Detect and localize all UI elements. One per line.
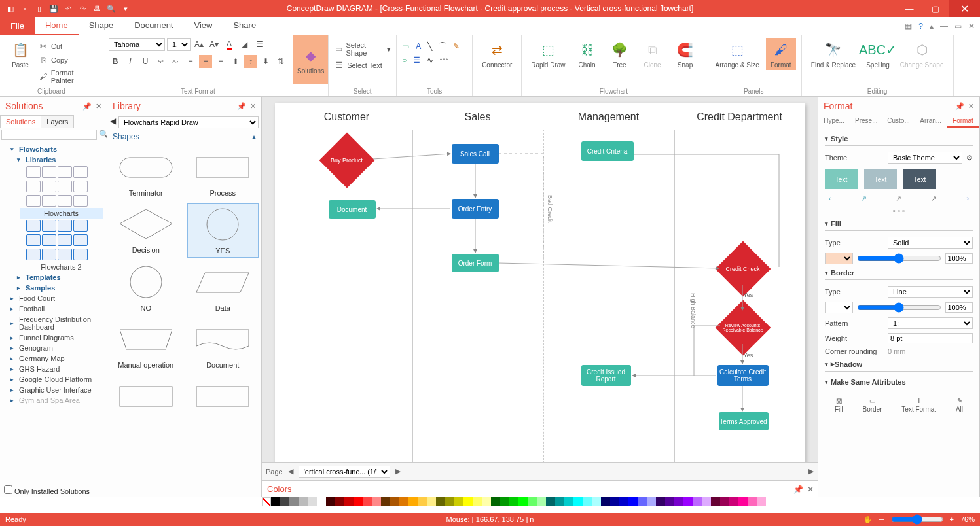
ribbon-collapse-icon[interactable]: ▴	[930, 22, 934, 31]
shape-buy-product[interactable]: Buy Product	[324, 144, 370, 177]
tool-pen-icon[interactable]: ✎	[453, 42, 460, 51]
select-shape-button[interactable]: ▭Select Shape ▾	[334, 41, 391, 58]
only-installed-checkbox[interactable]	[4, 485, 12, 494]
tree-item[interactable]: Google Cloud Platform	[4, 374, 103, 385]
theme-preview[interactable]: Text	[825, 169, 858, 189]
font-color-icon[interactable]: A	[223, 38, 236, 51]
tool-rect-icon[interactable]: ▭	[402, 42, 409, 51]
shape-document[interactable]: Document	[329, 200, 376, 219]
hscroll-end-icon[interactable]: ▶	[808, 467, 814, 476]
color-swatch[interactable]	[592, 497, 601, 506]
color-swatch[interactable]	[528, 497, 537, 506]
tree-item[interactable]: Frequency Distribution Dashboard	[4, 314, 103, 332]
highlight-icon[interactable]: ◢	[238, 38, 251, 51]
color-swatch[interactable]	[280, 497, 289, 506]
tree-item[interactable]: Food Court	[4, 293, 103, 304]
solutions-tab[interactable]: Solutions	[0, 115, 41, 128]
attr-all[interactable]: ✎All	[956, 397, 963, 413]
shape-credit-criteria[interactable]: Credit Criteria	[581, 141, 634, 161]
tool-arc-icon[interactable]: ⌒	[439, 41, 446, 52]
fp-tab-format[interactable]: Format	[947, 115, 979, 128]
collapse-icon[interactable]: ▴	[252, 132, 256, 141]
shape-review[interactable]: Review Accounts Receivable Balance	[720, 311, 766, 344]
line-spacing-icon[interactable]: ⇅	[274, 55, 287, 68]
color-swatch[interactable]	[610, 497, 619, 506]
color-swatch[interactable]	[656, 497, 665, 506]
color-swatch[interactable]	[308, 497, 317, 506]
color-swatch[interactable]	[482, 497, 491, 506]
spelling-button[interactable]: ABC✓Spelling	[862, 38, 894, 70]
maximize-button[interactable]: ▢	[922, 0, 949, 17]
format-panel-button[interactable]: 🖌Format	[766, 38, 796, 70]
qat-print-icon[interactable]: 🖶	[92, 3, 102, 14]
color-swatch[interactable]	[445, 497, 454, 506]
color-swatch[interactable]	[473, 497, 482, 506]
style-prev-icon[interactable]: ‹	[829, 194, 831, 203]
tree-item[interactable]: Gym and Spa Area	[4, 395, 103, 406]
tree-item[interactable]: Germany Map	[4, 353, 103, 364]
color-swatch[interactable]	[418, 497, 427, 506]
solutions-button[interactable]: ◆Solutions	[293, 35, 328, 84]
color-swatch[interactable]	[372, 497, 381, 506]
shape-process[interactable]: Process	[187, 147, 259, 200]
gear-icon[interactable]: ⚙	[966, 154, 973, 162]
arrange-size-button[interactable]: ⬚Arrange & Size	[712, 38, 763, 70]
color-swatch[interactable]	[720, 497, 729, 506]
qat-search-icon[interactable]: 🔍	[106, 3, 117, 14]
tree-item[interactable]: Football	[4, 304, 103, 314]
pin-icon[interactable]: 📌	[82, 102, 92, 111]
qat-undo-icon[interactable]: ↶	[63, 3, 73, 14]
tool-list-icon[interactable]: ☰	[413, 56, 420, 65]
lib-flowcharts[interactable]: Flowcharts	[20, 208, 103, 219]
fill-opacity-slider[interactable]	[857, 253, 941, 264]
font-select[interactable]: Tahoma	[109, 38, 165, 51]
tree-flowcharts[interactable]: Flowcharts	[4, 144, 103, 154]
color-swatch[interactable]	[299, 497, 308, 506]
doc-restore-icon[interactable]: ▭	[954, 22, 962, 31]
color-swatch[interactable]	[344, 497, 354, 506]
shape-extra[interactable]	[187, 376, 259, 417]
color-swatch[interactable]	[427, 497, 436, 506]
shape-yes[interactable]: YES	[187, 203, 259, 258]
shape-credit-issued[interactable]: Credit Issued Report	[581, 365, 631, 386]
color-swatch[interactable]	[363, 497, 372, 506]
weight-input[interactable]	[888, 333, 973, 343]
color-swatch[interactable]	[399, 497, 408, 506]
color-swatch-row[interactable]: // generate swatches inline later via po…	[262, 497, 818, 508]
section-shadow[interactable]: ▸ Shadow	[825, 357, 973, 372]
zoom-in-icon[interactable]: +	[950, 516, 954, 523]
shape-order-entry[interactable]: Order Entry	[452, 199, 499, 219]
no-color-swatch[interactable]	[262, 497, 271, 506]
shape-sales-call[interactable]: Sales Call	[452, 144, 499, 164]
color-swatch[interactable]	[491, 497, 500, 506]
style-next-icon[interactable]: ›	[966, 194, 969, 203]
clone-button[interactable]: ⧉Clone	[638, 38, 668, 70]
fill-type-select[interactable]: Solid	[888, 237, 973, 249]
color-swatch[interactable]	[335, 497, 344, 506]
color-swatch[interactable]	[436, 497, 445, 506]
close-icon[interactable]: ✕	[96, 102, 101, 111]
theme-preview[interactable]: Text	[903, 169, 936, 189]
color-swatch[interactable]	[564, 497, 573, 506]
tab-home[interactable]: Home	[35, 16, 79, 35]
tree-item[interactable]: Funnel Diagrams	[4, 332, 103, 343]
tool-spline-icon[interactable]: 〰	[440, 56, 448, 65]
tool-line-icon[interactable]: ╲	[427, 42, 432, 51]
color-swatch[interactable]	[665, 497, 674, 506]
paste-button[interactable]: 📋Paste	[5, 38, 35, 70]
color-swatch[interactable]	[454, 497, 463, 506]
color-swatch[interactable]	[638, 497, 647, 506]
page[interactable]: Customer Sales Management Credit Departm…	[275, 103, 805, 462]
page-selector[interactable]: 'ertical cross-func... (1/1	[299, 466, 390, 478]
fill-opacity-input[interactable]	[945, 253, 973, 264]
align-center-icon[interactable]: ≡	[199, 55, 212, 68]
align-left-icon[interactable]: ≡	[184, 55, 197, 68]
page-next-icon[interactable]: ▶	[395, 467, 401, 476]
color-swatch[interactable]	[702, 497, 711, 506]
color-swatch[interactable]	[674, 497, 683, 506]
color-swatch[interactable]	[619, 497, 628, 506]
attr-fill[interactable]: ▨Fill	[835, 397, 843, 413]
qat-save-icon[interactable]: 💾	[48, 3, 59, 14]
fp-tab-presentation[interactable]: Prese...	[850, 115, 882, 128]
theme-select[interactable]: Basic Theme	[888, 152, 962, 164]
